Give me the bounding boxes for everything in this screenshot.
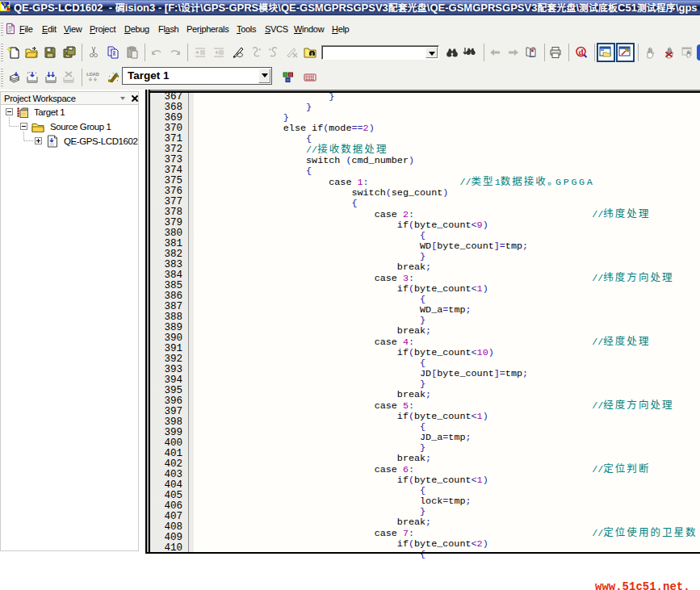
svg-text:d: d — [578, 47, 583, 56]
svg-text:LOAD: LOAD — [86, 72, 99, 77]
